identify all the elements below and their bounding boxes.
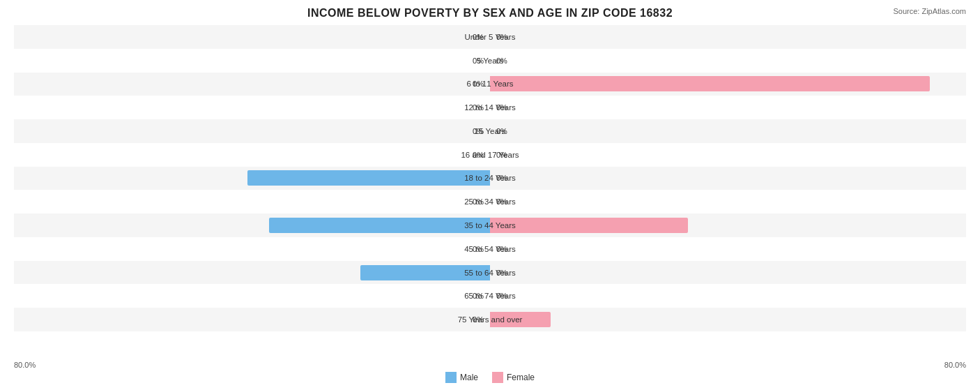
right-section: 0%	[490, 49, 966, 73]
bar-row: 42.9%18 to 24 Years0%	[14, 167, 966, 190]
right-section: 0%	[490, 284, 966, 308]
bar-row: 0%12 to 14 Years0%	[14, 96, 966, 119]
bar-row: 0%6 to 11 Years77.8%	[14, 73, 966, 96]
right-section: 0%	[490, 190, 966, 213]
right-section: 0%	[490, 237, 966, 261]
bar-row: 39.1%35 to 44 Years35%	[14, 213, 966, 237]
legend-female-label: Female	[507, 373, 535, 382]
left-section: 0%	[14, 237, 490, 261]
female-value: 0%	[496, 151, 507, 159]
male-bar	[247, 170, 490, 186]
left-section: 0%	[14, 143, 490, 167]
female-value: 0%	[496, 127, 507, 135]
left-section: 0%	[14, 308, 490, 331]
bar-row: 0%5 Years0%	[14, 49, 966, 73]
female-value: 0%	[496, 292, 507, 300]
male-value: 0%	[473, 151, 484, 159]
chart-title: INCOME BELOW POVERTY BY SEX AND AGE IN Z…	[14, 7, 966, 20]
female-value: 0%	[496, 245, 507, 253]
left-section: 0%	[14, 190, 490, 213]
chart-container: INCOME BELOW POVERTY BY SEX AND AGE IN Z…	[0, 0, 980, 390]
left-section: 0%	[14, 284, 490, 308]
left-section: 0%	[14, 49, 490, 73]
left-section: 42.9%	[14, 167, 490, 190]
right-section: 0%	[490, 25, 966, 49]
female-value: 0%	[496, 57, 507, 65]
bar-row: 0%16 and 17 Years0%	[14, 143, 966, 167]
female-value: 0%	[496, 33, 507, 41]
male-bar	[360, 265, 490, 280]
right-section: 77.8%	[490, 73, 966, 96]
right-section: 0%	[490, 261, 966, 285]
left-section: 0%	[14, 73, 490, 96]
male-value: 0%	[473, 33, 484, 41]
left-section: 39.1%	[14, 213, 490, 237]
female-value: 0%	[496, 174, 507, 182]
legend-male-box	[445, 372, 457, 383]
female-value: 0%	[496, 103, 507, 112]
legend-female: Female	[492, 372, 535, 383]
male-value: 0%	[473, 245, 484, 253]
right-section: 0%	[490, 167, 966, 190]
male-value: 0%	[473, 80, 484, 88]
bar-row: 0%65 to 74 Years0%	[14, 284, 966, 308]
female-value: 0%	[496, 197, 507, 206]
male-value: 0%	[473, 57, 484, 65]
legend-female-box	[492, 372, 503, 383]
male-value: 0%	[473, 127, 484, 135]
male-value: 0%	[473, 197, 484, 206]
male-bar	[269, 218, 490, 233]
right-section: 35%	[490, 213, 966, 237]
left-section: 22.9%	[14, 261, 490, 285]
left-section: 0%	[14, 119, 490, 143]
female-bar	[490, 76, 930, 91]
source-label: Source: ZipAtlas.com	[893, 7, 966, 15]
left-section: 0%	[14, 96, 490, 119]
bar-row: 0%75 Years and over10.7%	[14, 308, 966, 331]
bar-row: 0%45 to 54 Years0%	[14, 237, 966, 261]
right-section: 10.7%	[490, 308, 966, 331]
bar-row: 0%15 Years0%	[14, 119, 966, 143]
legend: Male Female	[445, 372, 535, 383]
right-section: 0%	[490, 119, 966, 143]
bars-area: 0%Under 5 Years0%0%5 Years0%0%6 to 11 Ye…	[14, 25, 966, 331]
male-value: 0%	[473, 292, 484, 300]
bar-row: 0%25 to 34 Years0%	[14, 190, 966, 213]
bar-row: 22.9%55 to 64 Years0%	[14, 261, 966, 285]
female-bar	[490, 218, 688, 233]
legend-male-label: Male	[460, 373, 478, 382]
right-section: 0%	[490, 96, 966, 119]
female-value: 0%	[496, 269, 507, 277]
axis-labels: 80.0% 80.0%	[14, 361, 966, 369]
axis-right: 80.0%	[944, 361, 966, 369]
bar-row: 0%Under 5 Years0%	[14, 25, 966, 49]
male-value: 0%	[473, 103, 484, 112]
legend-male: Male	[445, 372, 478, 383]
male-value: 0%	[473, 315, 484, 324]
right-section: 0%	[490, 143, 966, 167]
axis-left: 80.0%	[14, 361, 36, 369]
female-bar	[490, 312, 551, 327]
left-section: 0%	[14, 25, 490, 49]
